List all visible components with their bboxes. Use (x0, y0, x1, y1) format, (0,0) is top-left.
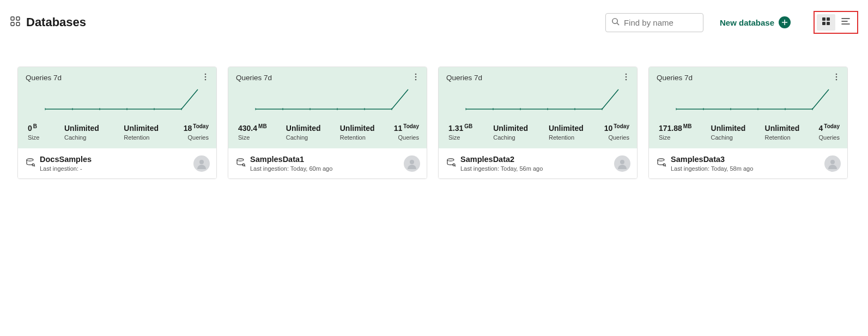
database-icon (446, 158, 456, 170)
size-unit: B (33, 123, 37, 129)
caching-label: Caching (711, 134, 746, 141)
more-button[interactable] (621, 73, 632, 83)
svg-point-37 (237, 158, 244, 160)
svg-point-43 (626, 79, 627, 81)
svg-point-56 (836, 79, 837, 81)
database-cards: Queries 7d (10, 67, 858, 179)
last-ingestion: Last ingestion: Today, 60m ago (250, 165, 332, 172)
size-value: 0 (28, 124, 32, 133)
new-database-button[interactable]: New database (720, 16, 791, 28)
size-value: 171.88 (659, 124, 682, 133)
stat-size: 430.4MB Size (238, 124, 267, 141)
stat-caching: Unlimited Caching (64, 124, 99, 141)
database-card[interactable]: Queries 7d (648, 67, 848, 179)
more-button[interactable] (831, 73, 842, 83)
database-card[interactable]: Queries 7d (228, 67, 427, 179)
view-toggle-group (814, 11, 858, 34)
svg-point-54 (836, 74, 837, 75)
svg-rect-9 (827, 17, 830, 21)
database-icon (236, 158, 246, 170)
card-top: Queries 7d (18, 67, 216, 148)
svg-point-41 (626, 74, 627, 75)
card-top: Queries 7d (649, 67, 847, 148)
stat-retention: Unlimited Retention (124, 124, 159, 141)
queries-label: Queries (818, 134, 840, 141)
svg-rect-2 (11, 22, 14, 26)
last-ingestion: Last ingestion: Today, 56m ago (460, 165, 543, 172)
retention-value: Unlimited (765, 124, 800, 132)
grid-view-button[interactable] (817, 14, 835, 31)
database-name: SamplesData2 (460, 155, 543, 164)
avatar (404, 155, 420, 172)
svg-rect-3 (16, 22, 20, 26)
more-vertical-icon (202, 73, 209, 83)
more-button[interactable] (200, 73, 211, 83)
queries-value: 10 (604, 124, 613, 133)
avatar (193, 155, 210, 172)
size-unit: MB (683, 123, 692, 129)
stat-size: 1.31GB Size (448, 124, 472, 141)
svg-point-30 (415, 79, 417, 81)
last-ingestion: Last ingestion: - (40, 165, 92, 172)
queries-value: 4 (818, 124, 823, 133)
queries-chart (26, 84, 211, 118)
avatar (614, 155, 630, 172)
size-value: 1.31 (448, 124, 463, 133)
caching-label: Caching (64, 134, 99, 141)
size-label: Size (238, 134, 267, 141)
card-bottom: SamplesData3 Last ingestion: Today, 58m … (649, 148, 847, 178)
queries-today-label: Today (824, 123, 840, 129)
grid-icon (822, 17, 830, 28)
stat-retention: Unlimited Retention (549, 124, 584, 141)
size-label: Size (659, 134, 691, 141)
stat-caching: Unlimited Caching (493, 124, 528, 141)
more-button[interactable] (410, 73, 421, 83)
size-value: 430.4 (238, 124, 257, 133)
apps-icon (10, 16, 21, 29)
size-unit: MB (258, 123, 267, 129)
svg-point-63 (658, 158, 664, 160)
more-vertical-icon (622, 73, 630, 83)
database-card[interactable]: Queries 7d (17, 67, 217, 179)
svg-point-50 (447, 158, 454, 160)
search-input-wrap[interactable] (605, 13, 703, 32)
list-view-button[interactable] (836, 14, 855, 31)
stat-size: 171.88MB Size (659, 124, 691, 141)
svg-line-65 (665, 165, 666, 166)
chart-title: Queries 7d (26, 74, 211, 82)
svg-point-4 (612, 18, 617, 23)
caching-value: Unlimited (286, 124, 321, 132)
search-icon (611, 17, 620, 28)
svg-point-55 (836, 76, 837, 78)
caching-value: Unlimited (493, 124, 528, 132)
svg-point-24 (27, 158, 33, 160)
retention-label: Retention (549, 134, 584, 141)
card-bottom: SamplesData1 Last ingestion: Today, 60m … (228, 148, 427, 178)
svg-point-29 (415, 76, 417, 78)
plus-icon (779, 16, 791, 28)
stat-queries: 11Today Queries (394, 124, 419, 141)
stat-queries: 4Today Queries (818, 124, 840, 141)
page-header: Databases New database (10, 11, 858, 34)
queries-chart (657, 84, 842, 118)
search-input[interactable] (623, 17, 697, 28)
stat-retention: Unlimited Retention (340, 124, 375, 141)
header-left: Databases (10, 15, 599, 29)
retention-value: Unlimited (340, 124, 375, 132)
svg-point-15 (205, 74, 207, 75)
queries-label: Queries (398, 134, 419, 141)
retention-value: Unlimited (549, 124, 584, 132)
queries-value: 11 (394, 124, 403, 133)
stat-queries: 18Today Queries (184, 124, 209, 141)
caching-label: Caching (286, 134, 321, 141)
database-icon (657, 158, 666, 170)
database-card[interactable]: Queries 7d (438, 67, 638, 179)
svg-rect-10 (822, 22, 825, 25)
last-ingestion: Last ingestion: Today, 58m ago (671, 165, 753, 172)
chart-title: Queries 7d (446, 74, 632, 82)
more-vertical-icon (833, 73, 840, 83)
stat-size: 0B Size (28, 124, 39, 141)
svg-point-66 (830, 160, 835, 164)
svg-line-39 (245, 165, 246, 166)
queries-label: Queries (187, 134, 209, 141)
